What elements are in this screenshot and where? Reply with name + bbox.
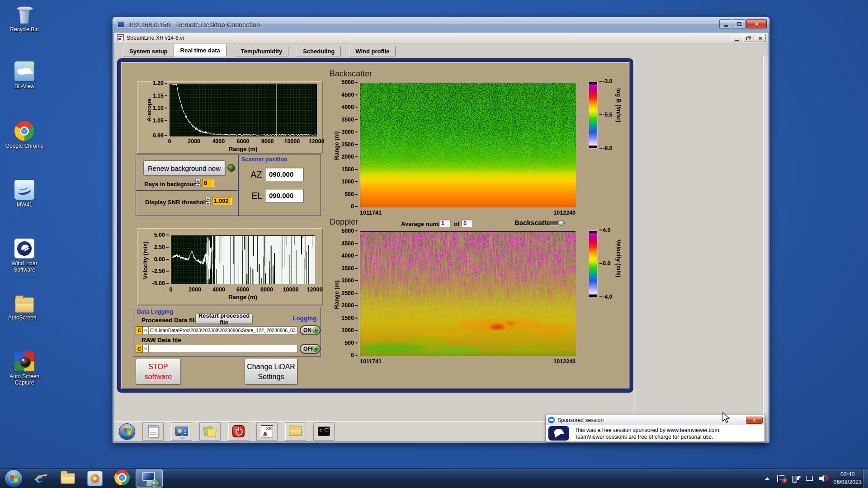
display-settings-button[interactable] bbox=[171, 422, 192, 441]
taskbar-item-file-explorer[interactable] bbox=[54, 469, 81, 488]
power-off-button[interactable] bbox=[228, 422, 249, 441]
power-plug-icon[interactable] bbox=[791, 474, 799, 483]
average-of-field[interactable]: 1 bbox=[461, 220, 473, 227]
volume-muted-icon[interactable] bbox=[819, 474, 827, 483]
backscatter-toggle[interactable] bbox=[549, 220, 565, 226]
colorbar-tick-label: 0.0 bbox=[599, 260, 610, 267]
start-orb-icon[interactable] bbox=[119, 423, 135, 440]
rdp-minimize-button[interactable] bbox=[719, 19, 732, 28]
folder-button[interactable] bbox=[285, 422, 306, 441]
hidden-icons-arrow-icon[interactable] bbox=[763, 474, 771, 483]
main-panel: A-scope 1.201.151.101.050.99 bbox=[121, 62, 630, 389]
axis-tick-label: -5.00 bbox=[152, 280, 169, 286]
axis-tick-label: 4000 bbox=[341, 253, 358, 259]
snr-value-field[interactable]: 1.002 bbox=[212, 197, 232, 205]
raw-path-control[interactable]: C % bbox=[136, 345, 297, 353]
doppler-time-start: 1011741 bbox=[360, 358, 382, 365]
axis-tick-label: 2000 bbox=[341, 302, 358, 309]
axis-tick-label: 1.20 bbox=[153, 80, 167, 86]
tab-real-time-data[interactable]: Real time data bbox=[174, 44, 226, 56]
desktop-icon-wind-lidar-software[interactable]: Wind Lidar Software bbox=[3, 239, 46, 273]
file-explorer-icon bbox=[61, 473, 75, 484]
vi-close-button[interactable]: × bbox=[755, 34, 766, 42]
desktop: Recycle BinBL-ViewGoogle ChromeMW41Wind … bbox=[0, 0, 868, 488]
axis-tick-label: 4000 bbox=[341, 104, 358, 110]
labview-xr-button[interactable] bbox=[256, 422, 278, 441]
renew-background-button[interactable]: Renew background now bbox=[143, 160, 225, 176]
raw-path-field[interactable] bbox=[149, 345, 297, 353]
desktop-icon-google-chrome[interactable]: Google Chrome bbox=[3, 121, 46, 149]
desktop-icon-bl-view[interactable]: BL-View bbox=[3, 61, 46, 89]
vi-minimize-button[interactable] bbox=[731, 34, 742, 42]
tab-system-setup[interactable]: System setup bbox=[123, 46, 174, 56]
vi-restore-button[interactable] bbox=[743, 34, 754, 42]
vertical-scrollbar[interactable] bbox=[763, 56, 768, 421]
rdp-close-button[interactable]: × bbox=[746, 19, 767, 28]
rays-value-field[interactable]: 8 bbox=[202, 179, 214, 187]
processed-logging-on-toggle[interactable]: ON bbox=[300, 325, 321, 335]
axis-tick-label: 500 bbox=[344, 191, 358, 197]
rays-spinner[interactable] bbox=[195, 179, 201, 187]
taskbar-clock[interactable]: 03:40 06/08/2023 bbox=[833, 471, 862, 486]
teamviewer-popup: Sponsored session × This was a free sess… bbox=[545, 415, 765, 442]
of-label: of bbox=[454, 221, 459, 227]
taskbar-item-remote-desktop[interactable]: × bbox=[136, 469, 163, 488]
axis-tick-label: 0 bbox=[351, 352, 358, 358]
drive-letter-box[interactable]: C bbox=[136, 345, 143, 353]
rdp-titlebar[interactable]: 192.168.0.150 - Remote Desktop Connectio… bbox=[113, 17, 769, 33]
snr-spinner[interactable] bbox=[205, 197, 211, 205]
axis-tick-label: 4000 bbox=[208, 286, 230, 293]
axis-tick-label: 4500 bbox=[341, 92, 358, 98]
processed-path-control[interactable]: C % C:\Lidar\Data\Proc\2023\202308\20230… bbox=[136, 326, 297, 334]
vi-titlebar[interactable]: StreamLine XR v14-6.vi × bbox=[114, 33, 768, 43]
axis-tick-label: 1.10 bbox=[153, 105, 167, 111]
media-player-icon bbox=[87, 471, 103, 486]
show-desktop-button[interactable] bbox=[863, 469, 868, 488]
axis-tick-label: 2500 bbox=[341, 290, 358, 296]
velocity-graph-frame: Velocity (m/s) 5.002.500.00-2.50-5.00 bbox=[137, 228, 323, 305]
processed-data-file-label: Processed Data file bbox=[142, 317, 198, 324]
processed-path-field[interactable]: C:\Lidar\Data\Proc\2023\202308\20230806\… bbox=[149, 326, 297, 334]
rdp-restore-button[interactable] bbox=[733, 19, 746, 28]
desktop-icon-mw41[interactable]: MW41 bbox=[3, 180, 46, 208]
restart-processed-file-button[interactable]: Restart processed file bbox=[195, 314, 253, 324]
drive-letter-box[interactable]: C bbox=[136, 326, 143, 334]
colorbar-tick-label: 4.0 bbox=[599, 227, 610, 233]
taskbar-item-media-player[interactable] bbox=[81, 469, 108, 488]
path-type-icon[interactable]: % bbox=[143, 326, 149, 334]
velocity-y-ticks: 5.002.500.00-2.50-5.00 bbox=[138, 235, 169, 284]
axis-tick-label: 12000 bbox=[306, 138, 327, 145]
sticky-notes-button[interactable] bbox=[199, 422, 221, 441]
action-center-flag-icon[interactable] bbox=[777, 475, 785, 482]
scanner-position-title: Scanner position bbox=[241, 156, 287, 163]
internet-explorer-icon bbox=[33, 470, 49, 487]
tab-scheduling[interactable]: Scheduling bbox=[297, 46, 341, 56]
tab-wind-profile[interactable]: Wind profile bbox=[349, 46, 396, 56]
desktop-icon-auto-screen-capture[interactable]: Auto Screen Capture bbox=[3, 352, 46, 386]
az-value-field[interactable]: 090.000 bbox=[265, 168, 304, 181]
tab-temp-humidity[interactable]: Temp/humidity bbox=[235, 46, 288, 56]
ascope-x-ticks: 020004000600080001000012000 bbox=[170, 138, 316, 145]
chrome-icon bbox=[114, 470, 130, 485]
vi-front-panel: System setupReal time dataTemp/humidityS… bbox=[114, 43, 768, 421]
command-prompt-button[interactable] bbox=[313, 422, 335, 441]
axis-tick-label: 0 bbox=[159, 138, 180, 145]
network-icon[interactable] bbox=[805, 474, 813, 483]
teamviewer-close-button[interactable]: × bbox=[746, 417, 763, 424]
change-lidar-settings-button[interactable]: Change LiDARSettings bbox=[245, 359, 297, 385]
sticky-notes-icon bbox=[204, 425, 217, 438]
raw-logging-off-toggle[interactable]: OFF bbox=[300, 344, 321, 354]
stop-software-button[interactable]: STOPsoftware bbox=[136, 359, 181, 385]
axis-tick-label: 4000 bbox=[208, 138, 229, 145]
el-value-field[interactable]: 090.000 bbox=[265, 189, 304, 202]
start-orb-icon[interactable] bbox=[5, 469, 23, 488]
taskbar-item-internet-explorer[interactable] bbox=[27, 469, 54, 488]
desktop-icon-recycle-bin[interactable]: Recycle Bin bbox=[3, 5, 46, 33]
path-type-icon[interactable]: % bbox=[143, 345, 149, 353]
desktop-icon-autoscreen[interactable]: AutoScreen... bbox=[3, 295, 46, 321]
notepad-button[interactable] bbox=[142, 422, 164, 441]
taskbar-item-chrome[interactable] bbox=[108, 469, 136, 488]
average-number-field[interactable]: 1 bbox=[439, 220, 451, 227]
desktop-icon-label: Wind Lidar Software bbox=[3, 260, 46, 273]
el-label: EL bbox=[251, 191, 262, 201]
